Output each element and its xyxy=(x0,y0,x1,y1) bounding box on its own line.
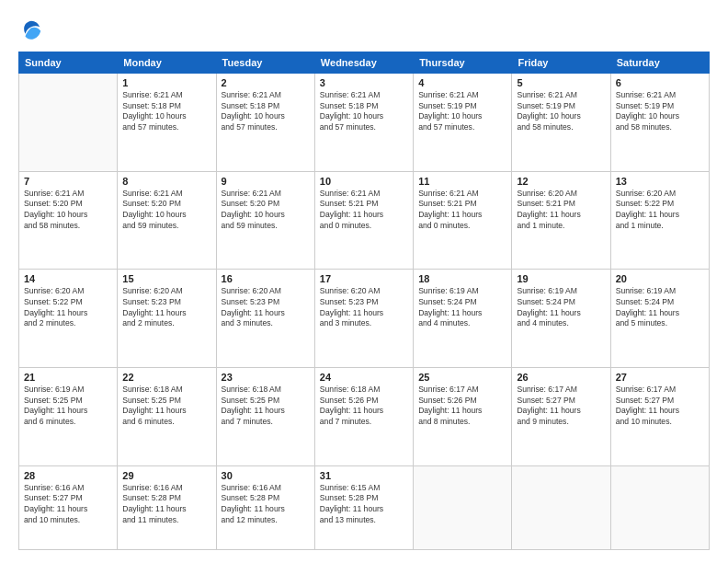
day-info: Sunrise: 6:20 AMSunset: 5:23 PMDaylight:… xyxy=(320,286,408,328)
weekday-header: Wednesday xyxy=(314,52,413,74)
day-info: Sunrise: 6:21 AMSunset: 5:20 PMDaylight:… xyxy=(122,189,210,231)
day-number: 23 xyxy=(222,372,310,383)
calendar-cell: 22Sunrise: 6:18 AMSunset: 5:25 PMDayligh… xyxy=(118,368,216,466)
day-info: Sunrise: 6:16 AMSunset: 5:28 PMDaylight:… xyxy=(222,483,310,525)
day-info: Sunrise: 6:17 AMSunset: 5:27 PMDaylight:… xyxy=(616,385,704,427)
calendar-cell: 11Sunrise: 6:21 AMSunset: 5:21 PMDayligh… xyxy=(414,171,512,270)
calendar-cell: 21Sunrise: 6:19 AMSunset: 5:25 PMDayligh… xyxy=(19,368,118,466)
day-info: Sunrise: 6:19 AMSunset: 5:24 PMDaylight:… xyxy=(418,286,506,328)
day-info: Sunrise: 6:19 AMSunset: 5:25 PMDaylight:… xyxy=(24,385,112,427)
calendar-cell: 30Sunrise: 6:16 AMSunset: 5:28 PMDayligh… xyxy=(216,465,314,549)
day-number: 27 xyxy=(616,372,704,383)
day-number: 30 xyxy=(222,470,310,481)
calendar-cell: 2Sunrise: 6:21 AMSunset: 5:18 PMDaylight… xyxy=(216,74,314,172)
header xyxy=(18,17,710,42)
calendar-week-row: 7Sunrise: 6:21 AMSunset: 5:20 PMDaylight… xyxy=(19,171,710,270)
day-number: 20 xyxy=(616,273,704,284)
day-info: Sunrise: 6:21 AMSunset: 5:21 PMDaylight:… xyxy=(418,189,506,231)
day-number: 28 xyxy=(24,470,112,481)
day-info: Sunrise: 6:21 AMSunset: 5:18 PMDaylight:… xyxy=(122,90,210,132)
day-number: 24 xyxy=(320,372,408,383)
day-info: Sunrise: 6:16 AMSunset: 5:28 PMDaylight:… xyxy=(122,483,210,525)
day-number: 19 xyxy=(517,273,605,284)
day-info: Sunrise: 6:21 AMSunset: 5:19 PMDaylight:… xyxy=(517,90,605,132)
weekday-header: Monday xyxy=(118,52,216,74)
day-number: 8 xyxy=(122,176,210,187)
weekday-header: Tuesday xyxy=(216,52,314,74)
weekday-header: Saturday xyxy=(610,52,709,74)
day-info: Sunrise: 6:18 AMSunset: 5:25 PMDaylight:… xyxy=(222,385,310,427)
calendar-cell: 16Sunrise: 6:20 AMSunset: 5:23 PMDayligh… xyxy=(216,270,314,368)
calendar-cell: 12Sunrise: 6:20 AMSunset: 5:21 PMDayligh… xyxy=(512,171,610,270)
calendar-cell: 31Sunrise: 6:15 AMSunset: 5:28 PMDayligh… xyxy=(314,465,413,549)
day-number: 13 xyxy=(616,176,704,187)
calendar-cell xyxy=(19,74,118,172)
day-number: 3 xyxy=(320,77,408,88)
day-info: Sunrise: 6:21 AMSunset: 5:18 PMDaylight:… xyxy=(320,90,408,132)
day-number: 15 xyxy=(122,273,210,284)
calendar-cell: 6Sunrise: 6:21 AMSunset: 5:19 PMDaylight… xyxy=(610,74,709,172)
day-number: 31 xyxy=(320,470,408,481)
calendar-cell xyxy=(512,465,610,549)
day-info: Sunrise: 6:21 AMSunset: 5:21 PMDaylight:… xyxy=(320,189,408,231)
calendar-cell: 24Sunrise: 6:18 AMSunset: 5:26 PMDayligh… xyxy=(314,368,413,466)
day-number: 29 xyxy=(122,470,210,481)
calendar-cell: 3Sunrise: 6:21 AMSunset: 5:18 PMDaylight… xyxy=(314,74,413,172)
day-info: Sunrise: 6:19 AMSunset: 5:24 PMDaylight:… xyxy=(517,286,605,328)
calendar-cell: 5Sunrise: 6:21 AMSunset: 5:19 PMDaylight… xyxy=(512,74,610,172)
weekday-header: Sunday xyxy=(19,52,118,74)
day-number: 4 xyxy=(418,77,506,88)
calendar-week-row: 14Sunrise: 6:20 AMSunset: 5:22 PMDayligh… xyxy=(19,270,710,368)
day-info: Sunrise: 6:16 AMSunset: 5:27 PMDaylight:… xyxy=(24,483,112,525)
calendar-page: SundayMondayTuesdayWednesdayThursdayFrid… xyxy=(0,0,728,563)
day-number: 26 xyxy=(517,372,605,383)
weekday-header-row: SundayMondayTuesdayWednesdayThursdayFrid… xyxy=(19,52,710,74)
calendar-cell: 20Sunrise: 6:19 AMSunset: 5:24 PMDayligh… xyxy=(610,270,709,368)
day-number: 25 xyxy=(418,372,506,383)
day-number: 2 xyxy=(222,77,310,88)
calendar-cell xyxy=(610,465,709,549)
calendar-cell: 1Sunrise: 6:21 AMSunset: 5:18 PMDaylight… xyxy=(118,74,216,172)
calendar-cell: 29Sunrise: 6:16 AMSunset: 5:28 PMDayligh… xyxy=(118,465,216,549)
day-info: Sunrise: 6:19 AMSunset: 5:24 PMDaylight:… xyxy=(616,286,704,328)
day-info: Sunrise: 6:21 AMSunset: 5:19 PMDaylight:… xyxy=(616,90,704,132)
day-info: Sunrise: 6:20 AMSunset: 5:22 PMDaylight:… xyxy=(24,286,112,328)
day-info: Sunrise: 6:15 AMSunset: 5:28 PMDaylight:… xyxy=(320,483,408,525)
calendar-cell: 25Sunrise: 6:17 AMSunset: 5:26 PMDayligh… xyxy=(414,368,512,466)
calendar-table: SundayMondayTuesdayWednesdayThursdayFrid… xyxy=(18,52,710,550)
day-info: Sunrise: 6:18 AMSunset: 5:25 PMDaylight:… xyxy=(122,385,210,427)
day-info: Sunrise: 6:21 AMSunset: 5:18 PMDaylight:… xyxy=(222,90,310,132)
day-number: 16 xyxy=(222,273,310,284)
day-info: Sunrise: 6:20 AMSunset: 5:23 PMDaylight:… xyxy=(122,286,210,328)
calendar-cell: 19Sunrise: 6:19 AMSunset: 5:24 PMDayligh… xyxy=(512,270,610,368)
day-number: 10 xyxy=(320,176,408,187)
day-number: 18 xyxy=(418,273,506,284)
day-number: 11 xyxy=(418,176,506,187)
calendar-week-row: 21Sunrise: 6:19 AMSunset: 5:25 PMDayligh… xyxy=(19,368,710,466)
day-info: Sunrise: 6:20 AMSunset: 5:21 PMDaylight:… xyxy=(517,189,605,231)
calendar-cell xyxy=(414,465,512,549)
day-number: 17 xyxy=(320,273,408,284)
day-number: 5 xyxy=(517,77,605,88)
calendar-cell: 23Sunrise: 6:18 AMSunset: 5:25 PMDayligh… xyxy=(216,368,314,466)
day-number: 21 xyxy=(24,372,112,383)
calendar-week-row: 1Sunrise: 6:21 AMSunset: 5:18 PMDaylight… xyxy=(19,74,710,172)
day-number: 1 xyxy=(122,77,210,88)
day-info: Sunrise: 6:17 AMSunset: 5:26 PMDaylight:… xyxy=(418,385,506,427)
calendar-cell: 18Sunrise: 6:19 AMSunset: 5:24 PMDayligh… xyxy=(414,270,512,368)
calendar-cell: 8Sunrise: 6:21 AMSunset: 5:20 PMDaylight… xyxy=(118,171,216,270)
calendar-week-row: 28Sunrise: 6:16 AMSunset: 5:27 PMDayligh… xyxy=(19,465,710,549)
day-number: 14 xyxy=(24,273,112,284)
calendar-cell: 15Sunrise: 6:20 AMSunset: 5:23 PMDayligh… xyxy=(118,270,216,368)
day-number: 6 xyxy=(616,77,704,88)
calendar-cell: 28Sunrise: 6:16 AMSunset: 5:27 PMDayligh… xyxy=(19,465,118,549)
day-info: Sunrise: 6:20 AMSunset: 5:22 PMDaylight:… xyxy=(616,189,704,231)
logo-icon xyxy=(18,17,44,42)
calendar-cell: 13Sunrise: 6:20 AMSunset: 5:22 PMDayligh… xyxy=(610,171,709,270)
calendar-cell: 26Sunrise: 6:17 AMSunset: 5:27 PMDayligh… xyxy=(512,368,610,466)
day-info: Sunrise: 6:21 AMSunset: 5:20 PMDaylight:… xyxy=(24,189,112,231)
day-info: Sunrise: 6:20 AMSunset: 5:23 PMDaylight:… xyxy=(222,286,310,328)
day-number: 9 xyxy=(222,176,310,187)
day-info: Sunrise: 6:21 AMSunset: 5:20 PMDaylight:… xyxy=(222,189,310,231)
calendar-cell: 9Sunrise: 6:21 AMSunset: 5:20 PMDaylight… xyxy=(216,171,314,270)
